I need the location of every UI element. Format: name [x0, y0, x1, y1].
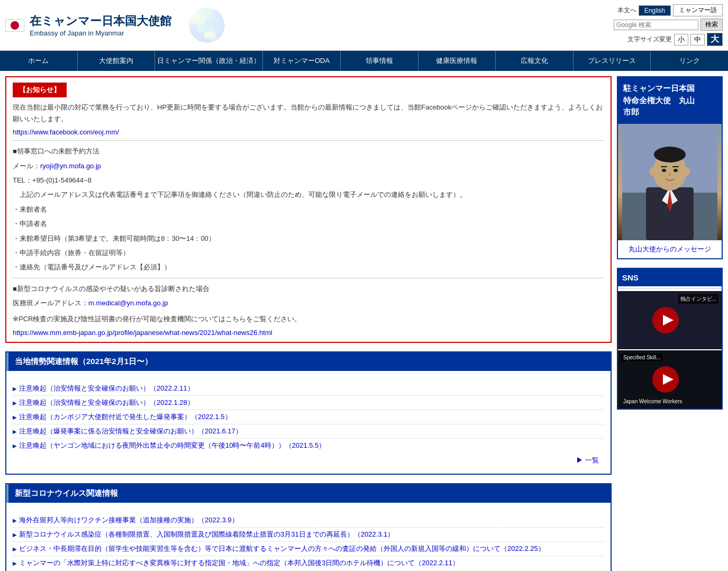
covid-link-list: 海外在留邦人等向けワクチン接種事業（追加接種の実施）（2022.3.9） 新型コ… [13, 513, 604, 570]
nav-relations[interactable]: 日ミャンマー関係（政治・経済） [155, 51, 263, 71]
list-item: 注意喚起（治安情報と安全確保のお願い）（2022.1.28） [13, 396, 604, 410]
list-item: 注意喚起（爆発事案に係る治安情報と安全確保のお願い）（2021.6.17） [13, 424, 604, 439]
covid-link-4[interactable]: ミャンマーの「水際対策上特に対応すべき変異株等に対する指定国・地域」への指定（本… [19, 559, 459, 567]
covid-link-2[interactable]: 新型コロナウイルス感染症（各種制限措置、入国制限措置及び国際線着陸禁止措置の3月… [19, 530, 394, 538]
video-thumb-1[interactable]: 独占インタビ... [618, 291, 722, 349]
local-link-2[interactable]: 注意喚起（治安情報と安全確保のお願い）（2022.1.28） [19, 398, 194, 406]
list-item: ビジネス・中長期滞在目的（留学生や技能実習生等を含む）等で日本に渡航するミャンマ… [13, 542, 604, 556]
consular-item-1: ・来館者名 [13, 203, 604, 215]
svg-point-7 [662, 169, 666, 172]
nav-consular[interactable]: 領事情報 [341, 51, 418, 71]
list-item: 注意喚起（ヤンゴン地域における夜間外出禁止令の時間変更（午後10時〜午前4時））… [13, 439, 604, 452]
site-title-ja: 在ミャンマー日本国大使館 [30, 13, 171, 29]
list-item: 海外在留邦人等向けワクチン接種事業（追加接種の実施）（2022.3.9） [13, 513, 604, 528]
notice-body: 現在当館は最小限の対応で業務を行っており、HP更新に時間を要する場合がございます… [13, 102, 604, 125]
covid-title: ■新型コロナウイルスの感染やその疑いがある旨診断された場合 [13, 283, 604, 295]
svg-point-12 [650, 167, 656, 176]
nav-links[interactable]: リンク [651, 51, 728, 71]
consular-mail: メール：ryoji@yn.mofa.go.jp [13, 160, 604, 172]
header-right: 本文へ English ミャンマー語 検索 文字サイズ変更 小 中 大 [614, 4, 723, 46]
local-section-header: 当地情勢関連情報（2021年2月1日〜） [6, 352, 611, 371]
notice-label: 【お知らせ】 [13, 83, 67, 97]
ambassador-footer: 丸山大使からのメッセージ [618, 240, 722, 258]
ambassador-title: 駐ミャンマー日本国特命全権大使 丸山市郎 [618, 77, 722, 124]
nav-oda[interactable]: 対ミャンマーODA [263, 51, 341, 71]
list-item: 注意喚起（治安情報と安全確保のお願い）（2022.2.11） [13, 382, 604, 396]
page-header: 在ミャンマー日本国大使館 Embassy of Japan in Myanmar… [0, 0, 728, 51]
consular-tel-note: 上記のメールアドレス又は代表電話番号まで下記事項を御連絡ください（間違い防止のた… [13, 188, 604, 201]
font-medium-button[interactable]: 中 [690, 34, 705, 46]
sns-section: SNS 独占インタビ... Japan Welcome Workers Spec… [617, 268, 723, 410]
nav-culture[interactable]: 広報文化 [496, 51, 574, 71]
video-2-label: Specified Skill... [621, 354, 663, 361]
consular-item-4: ・申請手続内容（旅券・在留証明等） [13, 247, 604, 259]
main-content: 【お知らせ】 現在当館は最小限の対応で業務を行っており、HP更新に時間を要する場… [0, 71, 728, 571]
consular-title: ■領事窓口への来館予約方法 [13, 145, 604, 157]
video-thumb-2[interactable]: Japan Welcome Workers Specified Skill... [618, 350, 722, 409]
search-button[interactable]: 検索 [700, 19, 723, 31]
local-link-5[interactable]: 注意喚起（ヤンゴン地域における夜間外出禁止令の時間変更（午後10時〜午前4時））… [19, 441, 325, 449]
svg-rect-10 [672, 166, 679, 167]
navigation-bar: ホーム 大使館案内 日ミャンマー関係（政治・経済） 対ミャンマーODA 領事情報… [0, 51, 728, 71]
consular-mail-link[interactable]: ryoji@yn.mofa.go.jp [40, 162, 101, 170]
language-row: 本文へ English ミャンマー語 [617, 4, 723, 16]
consular-item-5: ・連絡先（電話番号及びメールアドレス【必須】） [13, 261, 604, 273]
list-item: 注意喚起（カンボジア大使館付近で発生した爆発事案）（2022.1.5） [13, 410, 604, 424]
covid-link-1[interactable]: 海外在留邦人等向けワクチン接種事業（追加接種の実施）（2022.3.9） [19, 516, 239, 524]
nav-embassy[interactable]: 大使館案内 [78, 51, 156, 71]
ambassador-section: 駐ミャンマー日本国特命全権大使 丸山市郎 [617, 76, 723, 259]
header-left: 在ミャンマー日本国大使館 Embassy of Japan in Myanmar… [5, 6, 226, 44]
covid-section-content: 海外在留邦人等向けワクチン接種事業（追加接種の実施）（2022.3.9） 新型コ… [6, 508, 611, 571]
local-link-4[interactable]: 注意喚起（爆発事案に係る治安情報と安全確保のお願い）（2021.6.17） [19, 427, 242, 435]
covid-section: 新型コロナウイルス関連情報 海外在留邦人等向けワクチン接種事業（追加接種の実施）… [5, 483, 612, 571]
site-title-en: Embassy of Japan in Myanmar [30, 29, 171, 37]
local-more: ▶ 一覧 [13, 452, 604, 468]
list-item: ミャンマーの「水際対策上特に対応すべき変異株等に対する指定国・地域」への指定（本… [13, 556, 604, 570]
svg-rect-9 [661, 166, 667, 167]
font-small-button[interactable]: 小 [674, 34, 688, 46]
consular-item-3: ・来館希望日時（第3希望まで。来館可能時間は8：30〜14：00） [13, 232, 604, 244]
site-titles: 在ミャンマー日本国大使館 Embassy of Japan in Myanmar [30, 13, 171, 37]
list-item: 新型コロナウイルス感染症（各種制限措置、入国制限措置及び国際線着陸禁止措置の3月… [13, 528, 604, 542]
font-label: 文字サイズ変更 [627, 35, 672, 44]
svg-point-6 [654, 147, 686, 162]
svg-text:Japan Welcome Workers: Japan Welcome Workers [623, 398, 682, 404]
content-area: 【お知らせ】 現在当館は最小限の対応で業務を行っており、HP更新に時間を要する場… [5, 76, 612, 571]
local-section-content: 注意喚起（治安情報と安全確保のお願い）（2022.2.11） 注意喚起（治安情報… [6, 376, 611, 474]
covid-mail-row: 医務班メールアドレス：m.medical@yn.mofa.go.jp [13, 297, 604, 309]
nav-home[interactable]: ホーム [0, 51, 78, 71]
pcr-url-link[interactable]: https://www.mm.emb-japan.go.jp/profile/j… [13, 329, 272, 337]
font-size-row: 文字サイズ変更 小 中 大 [627, 33, 723, 46]
world-map-decoration: 🌏 [187, 6, 226, 44]
nav-press[interactable]: プレスリリース [574, 51, 651, 71]
covid-section-header: 新型コロナウイルス関連情報 [6, 484, 611, 503]
covid-contact-info: ■新型コロナウイルスの感染やその疑いがある旨診断された場合 医務班メールアドレス… [13, 283, 604, 310]
notice-section: 【お知らせ】 現在当館は最小限の対応で業務を行っており、HP更新に時間を要する場… [5, 76, 612, 343]
nav-health[interactable]: 健康医療情報 [418, 51, 496, 71]
local-link-1[interactable]: 注意喚起（治安情報と安全確保のお願い）（2022.2.11） [19, 384, 194, 392]
covid-mail-link[interactable]: m.medical@yn.mofa.go.jp [88, 299, 168, 307]
facebook-link[interactable]: https://www.facebook.com/eoj.mm/ [13, 128, 119, 136]
ambassador-photo [618, 124, 722, 240]
search-input[interactable] [614, 20, 698, 30]
honbun-label: 本文へ [617, 6, 636, 15]
local-link-list: 注意喚起（治安情報と安全確保のお願い）（2022.2.11） 注意喚起（治安情報… [13, 382, 604, 452]
sns-header: SNS [618, 269, 722, 286]
consular-info: ■領事窓口への来館予約方法 メール：ryoji@yn.mofa.go.jp TE… [13, 145, 604, 274]
video-1-label: 独占インタビ... [678, 294, 718, 304]
svg-point-11 [668, 174, 671, 176]
myanmar-button[interactable]: ミャンマー語 [673, 4, 723, 16]
pcr-note: ※PCR検査の実施及び陰性証明書の発行が可能な検査機関についてはこちらをご覧くだ… [13, 313, 604, 325]
local-more-link[interactable]: ▶ 一覧 [576, 456, 599, 464]
search-row: 検索 [614, 19, 723, 31]
local-section: 当地情勢関連情報（2021年2月1日〜） 注意喚起（治安情報と安全確保のお願い）… [5, 351, 612, 475]
consular-item-2: ・申請者名 [13, 217, 604, 230]
english-button[interactable]: English [639, 5, 671, 16]
consular-tel: TEL：+95-(0)1-549644~8 [13, 174, 604, 186]
covid-link-3[interactable]: ビジネス・中長期滞在目的（留学生や技能実習生等を含む）等で日本に渡航するミャンマ… [19, 545, 545, 552]
ambassador-message-link[interactable]: 丸山大使からのメッセージ [629, 245, 711, 253]
svg-point-13 [684, 167, 690, 176]
sidebar: 駐ミャンマー日本国特命全権大使 丸山市郎 [617, 76, 723, 571]
local-link-3[interactable]: 注意喚起（カンボジア大使館付近で発生した爆発事案）（2022.1.5） [19, 413, 239, 421]
font-large-button[interactable]: 大 [707, 33, 723, 46]
